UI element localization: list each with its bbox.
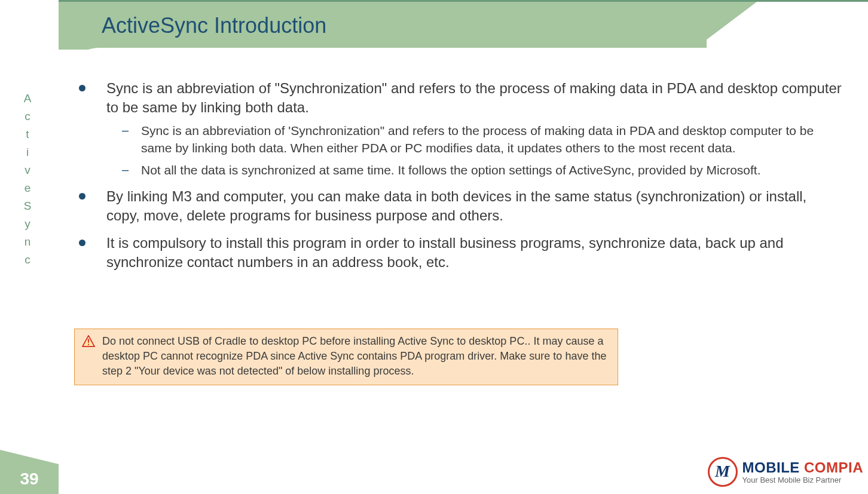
sidebar-char: y [22,215,33,233]
bullet-list: Sync is an abbreviation of "Synchronizat… [71,79,842,272]
warning-box: Do not connect USB of Cradle to desktop … [74,329,618,385]
svg-rect-1 [88,339,89,342]
warning-icon [82,335,95,347]
header-diagonal [693,0,759,50]
sidebar: A c t i v e S y n c 39 [0,0,59,494]
page-number: 39 [0,464,59,494]
sub-bullet-item: Sync is an abbreviation of 'Synchronizat… [115,122,842,157]
sidebar-char: A [22,90,33,108]
content-panel: Sync is an abbreviation of "Synchronizat… [59,48,860,478]
logo-tagline: Your Best Mobile Biz Partner [742,476,864,484]
bullet-item: It is compulsory to install this program… [71,234,842,272]
sub-bullet-item: Not all the data is synchronized at same… [115,161,842,179]
warning-text: Do not connect USB of Cradle to desktop … [102,334,610,379]
sidebar-char: n [22,233,33,251]
bullet-item: By linking M3 and computer, you can make… [71,187,842,225]
slide-title: ActiveSync Introduction [102,13,326,38]
sidebar-char: S [22,197,33,215]
sub-bullet-list: Sync is an abbreviation of 'Synchronizat… [115,122,842,179]
svg-rect-2 [88,344,89,345]
bullet-item: Sync is an abbreviation of "Synchronizat… [71,79,842,179]
logo-title: MOBILE COMPIA [742,461,864,475]
sidebar-vertical-label: A c t i v e S y n c [22,90,33,269]
footer-logo: MOBILE COMPIA Your Best Mobile Biz Partn… [708,457,864,487]
sidebar-char: v [22,161,33,179]
sidebar-char: c [22,108,33,125]
header-top-border [59,0,868,2]
page-number-corner [0,450,59,464]
sidebar-char: c [22,251,33,269]
logo-word-2: COMPIA [804,459,863,475]
logo-mark-icon [708,457,738,487]
logo-text: MOBILE COMPIA Your Best Mobile Biz Partn… [742,461,864,484]
logo-word-1: MOBILE [742,459,805,475]
sidebar-char: t [22,125,33,143]
sidebar-char: i [22,143,33,161]
sidebar-char: e [22,179,33,197]
bullet-text: Sync is an abbreviation of "Synchronizat… [106,80,842,115]
